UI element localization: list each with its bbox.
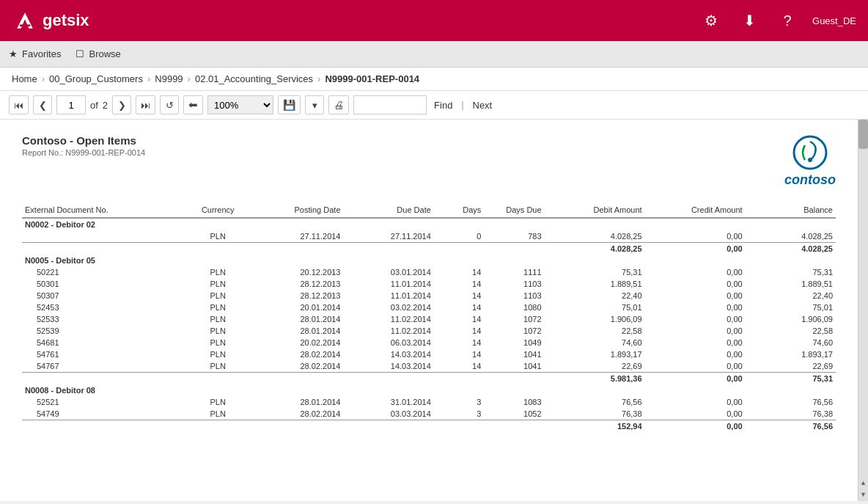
report-subtitle: Report No.: N9999-001-REP-0014	[22, 148, 145, 157]
col-header-posting: Posting Date	[253, 202, 343, 218]
col-header-days: Days	[434, 202, 485, 218]
table-row: 50221 PLN 20.12.2013 03.01.2014 14 1111 …	[22, 266, 836, 278]
col-header-currency: Currency	[183, 202, 253, 218]
col-header-due: Due Date	[344, 202, 434, 218]
group-header-row: N0002 - Debitor 02	[22, 218, 836, 230]
group-header-row: N0008 - Debitor 08	[22, 384, 836, 396]
page-total-label: 2	[103, 100, 108, 111]
next-page-button[interactable]: ❯	[112, 95, 131, 114]
save-dropdown-button[interactable]: ▾	[305, 95, 324, 114]
breadcrumb-sep-2: ›	[147, 73, 150, 84]
main-content: ▲ ▼ Contoso - Open Items Report No.: N99…	[0, 120, 868, 501]
table-row: 54761 PLN 28.02.2014 14.03.2014 14 1041 …	[22, 348, 836, 360]
subtotal-row: 5.981,36 0,00 75,31	[22, 373, 836, 385]
report-header: Contoso - Open Items Report No.: N9999-0…	[22, 134, 836, 188]
help-button[interactable]: ?	[774, 7, 801, 34]
table-row: 52453 PLN 20.01.2014 03.02.2014 14 1080 …	[22, 302, 836, 313]
save-button[interactable]: 💾	[278, 95, 301, 114]
subtotal-row: 4.028,25 0,00 4.028,25	[22, 243, 836, 255]
group-header-row: N0005 - Debitor 05	[22, 255, 836, 266]
back-button[interactable]: ⬅	[183, 95, 203, 114]
table-row: 52539 PLN 28.01.2014 11.02.2014 14 1072 …	[22, 325, 836, 337]
svg-point-2	[794, 136, 826, 169]
star-icon: ★	[9, 48, 18, 59]
contoso-logo-area: contoso	[784, 134, 836, 188]
table-row: PLN 27.11.2014 27.11.2014 0 783 4.028,25…	[22, 230, 836, 243]
find-button[interactable]: Find	[431, 100, 455, 111]
breadcrumb-sep-1: ›	[42, 73, 45, 84]
refresh-button[interactable]: ↺	[160, 95, 179, 114]
contoso-logo-svg	[792, 134, 828, 171]
secondary-nav: ★ Favorites ☐ Browse	[0, 41, 868, 67]
table-row: 54767 PLN 28.02.2014 14.03.2014 14 1041 …	[22, 360, 836, 373]
find-input[interactable]	[353, 95, 427, 114]
table-row: 50301 PLN 28.12.2013 11.01.2014 14 1103 …	[22, 278, 836, 290]
table-row: 54681 PLN 20.02.2014 06.03.2014 14 1049 …	[22, 337, 836, 348]
subtotal-row: 152,94 0,00 76,56	[22, 420, 836, 433]
favorites-nav-item[interactable]: ★ Favorites	[9, 48, 61, 59]
table-row: 54749 PLN 28.02.2014 03.03.2014 3 1052 7…	[22, 408, 836, 420]
report-table: External Document No. Currency Posting D…	[22, 202, 836, 432]
logo-icon	[12, 7, 38, 34]
zoom-select[interactable]: 100% 50% 75% 125% 150% 200%	[207, 95, 273, 114]
scroll-up-arrow[interactable]: ▲	[858, 478, 868, 488]
breadcrumb-sep-3: ›	[188, 73, 191, 84]
toolbar: ⏮ ❮ of 2 ❯ ⏭ ↺ ⬅ 100% 50% 75% 125% 150% …	[0, 91, 868, 120]
prev-page-button[interactable]: ❮	[33, 95, 52, 114]
scrollbar-thumb[interactable]	[858, 120, 868, 149]
col-header-balance: Balance	[746, 202, 836, 218]
page-of-label: of	[90, 100, 98, 111]
last-page-button[interactable]: ⏭	[136, 95, 155, 114]
col-header-days-due: Days Due	[484, 202, 544, 218]
favorites-label: Favorites	[22, 48, 61, 59]
find-divider: |	[461, 100, 463, 110]
browse-nav-item[interactable]: ☐ Browse	[76, 48, 120, 59]
contoso-text: contoso	[784, 172, 836, 188]
print-button[interactable]: 🖨	[328, 95, 349, 114]
user-label[interactable]: Guest_DE	[812, 15, 856, 26]
table-row: 52521 PLN 28.01.2014 31.01.2014 3 1083 7…	[22, 396, 836, 408]
table-row: 52533 PLN 28.01.2014 11.02.2014 14 1072 …	[22, 313, 836, 325]
scroll-down-arrow[interactable]: ▼	[858, 488, 868, 501]
browse-icon: ☐	[76, 48, 84, 59]
svg-rect-1	[20, 24, 30, 26]
table-row: 50307 PLN 28.12.2013 11.01.2014 14 1103 …	[22, 290, 836, 302]
report-title-area: Contoso - Open Items Report No.: N9999-0…	[22, 134, 145, 157]
first-page-button[interactable]: ⏮	[9, 95, 29, 114]
table-header-row: External Document No. Currency Posting D…	[22, 202, 836, 218]
breadcrumb: Home › 00_Group_Customers › N9999 › 02.0…	[0, 67, 868, 91]
breadcrumb-n9999[interactable]: N9999	[155, 73, 183, 84]
col-header-ext-doc: External Document No.	[22, 202, 183, 218]
download-button[interactable]: ⬇	[736, 7, 762, 34]
breadcrumb-home[interactable]: Home	[12, 73, 37, 84]
page-number-input[interactable]	[56, 95, 86, 114]
svg-point-3	[808, 158, 812, 162]
logo: getsix	[12, 7, 89, 34]
breadcrumb-accounting[interactable]: 02.01_Accounting_Services	[195, 73, 313, 84]
breadcrumb-sep-4: ›	[317, 73, 320, 84]
browse-label: Browse	[89, 48, 120, 59]
scrollbar[interactable]: ▲ ▼	[858, 120, 868, 501]
top-nav-icons: ⚙ ⬇ ? Guest_DE	[698, 7, 856, 34]
logo-text: getsix	[43, 11, 89, 30]
settings-button[interactable]: ⚙	[698, 7, 724, 34]
breadcrumb-current: N9999-001-REP-0014	[325, 73, 419, 84]
breadcrumb-group-customers[interactable]: 00_Group_Customers	[49, 73, 143, 84]
col-header-debit: Debit Amount	[545, 202, 645, 218]
top-nav-bar: getsix ⚙ ⬇ ? Guest_DE	[0, 0, 868, 41]
col-header-credit: Credit Amount	[645, 202, 746, 218]
next-find-button[interactable]: Next	[470, 100, 496, 111]
report-title: Contoso - Open Items	[22, 134, 145, 147]
report-area: Contoso - Open Items Report No.: N9999-0…	[0, 120, 868, 447]
